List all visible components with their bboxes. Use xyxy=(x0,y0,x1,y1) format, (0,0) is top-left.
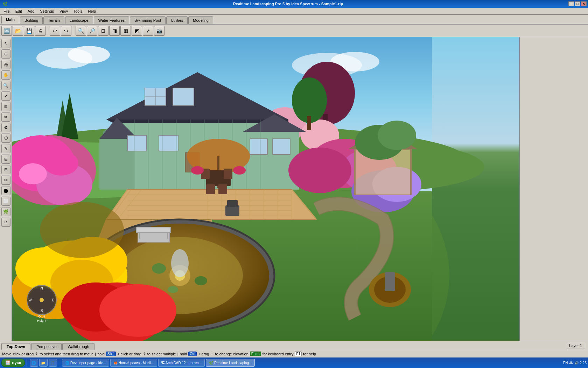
view-tab-perspective[interactable]: Perspective xyxy=(31,343,62,350)
svg-line-51 xyxy=(292,190,316,219)
print-button[interactable]: 🖨 xyxy=(35,26,46,36)
svg-point-80 xyxy=(171,249,189,277)
status-action: Move xyxy=(2,352,12,356)
maximize-button[interactable]: □ xyxy=(575,1,580,6)
menu-help[interactable]: Help xyxy=(85,8,99,14)
viewport[interactable]: N S W E Orbit Height xyxy=(12,37,519,341)
taskbar-item-realtime[interactable]: 🌿 Realtime Landscaping... xyxy=(206,359,255,367)
svg-point-1 xyxy=(36,48,92,69)
new-button[interactable]: 🆕 xyxy=(1,26,12,36)
tab-main[interactable]: Main xyxy=(1,16,19,24)
fit-button[interactable]: ⊡ xyxy=(98,26,108,36)
svg-point-5 xyxy=(12,118,449,341)
tool-settings[interactable]: ⚙ xyxy=(1,123,10,132)
svg-point-91 xyxy=(19,163,47,184)
tool-grid1[interactable]: ⊞ xyxy=(1,155,10,164)
tab-modeling[interactable]: Modeling xyxy=(188,16,213,24)
svg-point-98 xyxy=(68,282,166,341)
cursor-icon3: ⊹ xyxy=(210,352,214,356)
view3-button[interactable]: ◩ xyxy=(132,26,142,36)
svg-point-104 xyxy=(351,170,414,212)
svg-rect-67 xyxy=(218,184,227,194)
tool-pencil[interactable]: ✎ xyxy=(1,144,10,153)
svg-point-14 xyxy=(264,107,306,142)
svg-marker-12 xyxy=(56,100,70,142)
tool-resize[interactable]: ⤢ xyxy=(1,91,10,101)
volume-icon: 🔊 xyxy=(574,361,579,365)
menu-tools[interactable]: Tools xyxy=(71,8,85,14)
close-button[interactable]: ✕ xyxy=(581,1,587,6)
svg-rect-112 xyxy=(385,272,395,291)
tool-dot[interactable]: ⬤ xyxy=(1,186,10,195)
tool-circle[interactable]: ◎ xyxy=(1,60,10,69)
tool-pan[interactable]: ✋ xyxy=(1,70,10,80)
svg-point-76 xyxy=(91,224,269,327)
tool-polygon[interactable]: ⬡ xyxy=(1,134,10,143)
cam-button[interactable]: 📷 xyxy=(154,26,164,36)
orbit-button[interactable]: ⤢ xyxy=(143,26,153,36)
tab-utilities[interactable]: Utilities xyxy=(166,16,188,24)
zoom-in-button[interactable]: 🔍 xyxy=(76,26,86,36)
svg-rect-84 xyxy=(138,230,169,242)
open-button[interactable]: 📂 xyxy=(13,26,23,36)
svg-rect-29 xyxy=(127,135,147,151)
svg-point-116 xyxy=(378,121,416,150)
view2-button[interactable]: ▦ xyxy=(120,26,131,36)
tab-terrain[interactable]: Terrain xyxy=(43,16,64,24)
tab-swimming-pool[interactable]: Swimming Pool xyxy=(130,16,166,24)
minimize-button[interactable]: ─ xyxy=(568,1,574,6)
tool-select[interactable]: ↖ xyxy=(1,39,10,48)
view-tab-topdown[interactable]: Top-Down xyxy=(1,343,30,350)
status-hold: hold xyxy=(97,352,105,356)
menu-file[interactable]: File xyxy=(1,8,13,14)
start-button[interactable]: 🪟 пуск xyxy=(1,359,25,367)
view1-button[interactable]: ◨ xyxy=(109,26,120,36)
view-tab-walkthrough[interactable]: Walkthrough xyxy=(62,343,94,350)
left-sidebar: ↖ ⊙ ◎ ✋ 🔍 ⤢ ⊠ ✏ ⚙ ⬡ ✎ ⊞ ⊟ ✂ ⬤ ⬜ 🌿 ↺ xyxy=(0,37,12,341)
tool-box[interactable]: ⊠ xyxy=(1,102,10,111)
tab-water-features[interactable]: Water Features xyxy=(94,16,129,24)
tool-square[interactable]: ⬜ xyxy=(1,197,10,206)
svg-point-97 xyxy=(50,260,113,305)
taskbar-item-archicad[interactable]: 🏗 ArchiCAD 12 :: torren... xyxy=(158,359,205,367)
svg-rect-32 xyxy=(273,139,290,155)
cursor-icon: ⊹ xyxy=(35,352,38,356)
taskbar-quick-ie[interactable]: 🌐 xyxy=(30,359,38,367)
menu-view[interactable]: View xyxy=(57,8,71,14)
zoom-out-button[interactable]: 🔎 xyxy=(87,26,97,36)
taskbar-quick-folder[interactable]: 📁 xyxy=(39,359,48,367)
taskbar-right: EN 🖧 🔊 2:26 xyxy=(563,361,587,365)
status-bar: Move click or drag ⊹ to select and then … xyxy=(0,350,588,357)
svg-point-102 xyxy=(341,149,397,191)
svg-rect-63 xyxy=(206,170,231,186)
svg-point-61 xyxy=(187,139,250,174)
undo-button[interactable]: ↩ xyxy=(50,26,60,36)
taskbar-item-mozilla[interactable]: 🦊 Новый релиз - Mozil... xyxy=(110,359,157,367)
taskbar-item-developer[interactable]: 🌐 Developer page - Ide... xyxy=(62,359,109,367)
tool-rotate[interactable]: ↺ xyxy=(1,218,10,227)
tab-landscape[interactable]: Landscape xyxy=(65,16,93,24)
svg-point-2 xyxy=(68,46,110,63)
status-help: for help xyxy=(303,352,316,356)
svg-point-94 xyxy=(12,260,96,319)
svg-point-113 xyxy=(292,77,327,123)
svg-point-111 xyxy=(374,276,406,303)
menu-edit[interactable]: Edit xyxy=(13,8,25,14)
menu-settings[interactable]: Settings xyxy=(37,8,57,14)
svg-rect-25 xyxy=(145,88,166,105)
tool-orbit[interactable]: ⊙ xyxy=(1,49,10,59)
svg-point-79 xyxy=(175,270,185,281)
tool-plant[interactable]: 🌿 xyxy=(1,207,10,216)
tool-draw[interactable]: ✏ xyxy=(1,113,10,122)
tool-cut[interactable]: ✂ xyxy=(1,176,10,185)
taskbar-quick-media[interactable]: 🎵 xyxy=(49,359,57,367)
svg-text:S: S xyxy=(41,309,43,313)
svg-text:N: N xyxy=(40,286,43,290)
svg-text:W: W xyxy=(28,298,32,302)
tool-grid2[interactable]: ⊟ xyxy=(1,165,10,174)
menu-add[interactable]: Add xyxy=(25,8,37,14)
save-button[interactable]: 💾 xyxy=(24,26,34,36)
redo-button[interactable]: ↪ xyxy=(61,26,71,36)
tool-zoom[interactable]: 🔍 xyxy=(1,81,10,90)
tab-building[interactable]: Building xyxy=(20,16,43,24)
